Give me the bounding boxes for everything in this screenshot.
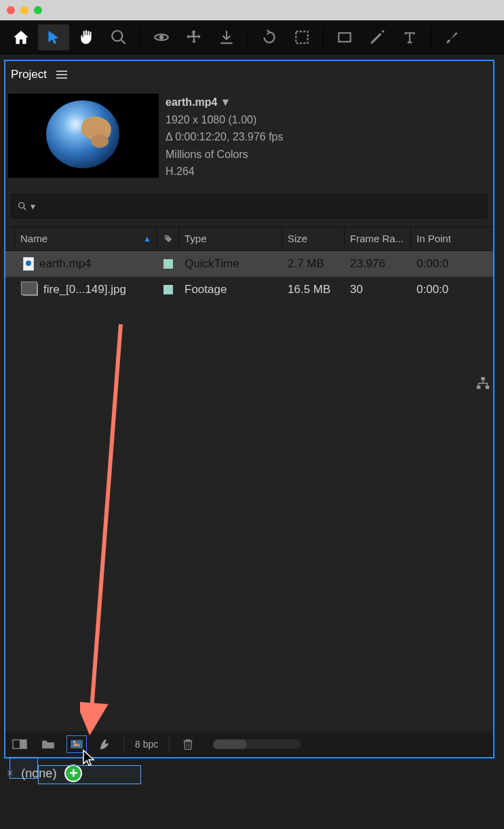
svg-point-8 <box>165 236 166 237</box>
svg-rect-9 <box>481 377 485 381</box>
file-type: Footage <box>179 283 282 296</box>
brush-tool[interactable] <box>437 24 468 50</box>
svg-rect-4 <box>296 31 307 43</box>
column-frame-rate[interactable]: Frame Ra... <box>345 227 411 250</box>
column-label[interactable] <box>157 227 179 250</box>
svg-point-3 <box>159 35 164 39</box>
search-input[interactable]: ▾ <box>11 194 488 218</box>
file-type: QuickTime <box>179 257 282 271</box>
column-type[interactable]: Type <box>179 227 282 250</box>
file-name: earth.mp4 <box>39 257 92 271</box>
project-panel: Project earth.mp4▼ 1920 x 1080 (1.00) Δ … <box>4 60 495 758</box>
column-size[interactable]: Size <box>282 227 345 250</box>
search-dropdown-icon[interactable]: ▾ <box>31 201 35 212</box>
hand-tool[interactable] <box>71 24 102 50</box>
zoom-tool[interactable] <box>103 24 134 50</box>
download-tool[interactable] <box>211 24 242 50</box>
pan-behind-tool[interactable] <box>178 24 210 50</box>
interpret-footage-button[interactable] <box>9 735 30 753</box>
asset-colors: Millions of Colors <box>166 146 284 163</box>
video-file-icon <box>23 257 34 271</box>
asset-codec: H.264 <box>166 163 284 180</box>
window-titlebar <box>0 0 504 20</box>
selection-tool[interactable] <box>38 24 69 50</box>
thumbnail-size-slider[interactable] <box>213 739 301 749</box>
panel-menu-icon[interactable] <box>56 71 67 79</box>
frame-rate: 23.976 <box>345 257 411 271</box>
chevron-down-icon[interactable]: ▼ <box>220 94 231 111</box>
svg-rect-10 <box>477 386 481 389</box>
orbit-tool[interactable] <box>146 24 177 50</box>
search-icon <box>17 201 28 212</box>
rectangle-tool[interactable] <box>329 24 360 50</box>
delete-button[interactable] <box>178 735 198 753</box>
home-button[interactable] <box>5 24 37 50</box>
svg-line-1 <box>121 39 125 44</box>
sort-asc-icon: ▲ <box>143 234 151 244</box>
new-folder-button[interactable] <box>38 735 58 753</box>
asset-dimensions: 1920 x 1080 (1.00) <box>166 111 284 129</box>
mask-tool[interactable] <box>286 24 317 50</box>
svg-point-15 <box>73 741 75 743</box>
in-point: 0:00:0 <box>411 257 493 271</box>
rotation-tool[interactable] <box>254 24 285 50</box>
svg-point-6 <box>19 203 24 208</box>
tag-icon <box>163 234 173 244</box>
label-color-swatch[interactable] <box>163 285 173 294</box>
color-depth-button[interactable]: 8 bpc <box>135 739 158 750</box>
svg-point-0 <box>112 31 122 41</box>
project-table-header: Name▲ Type Size Frame Ra... In Point <box>5 227 493 251</box>
svg-rect-5 <box>338 33 350 41</box>
drop-target-outline <box>38 765 141 784</box>
asset-preview: earth.mp4▼ 1920 x 1080 (1.00) Δ 0:00:12:… <box>5 91 493 193</box>
column-in-point[interactable]: In Point <box>411 227 493 250</box>
adjustment-layer-button[interactable] <box>95 735 115 753</box>
asset-metadata: earth.mp4▼ 1920 x 1080 (1.00) Δ 0:00:12:… <box>166 94 284 180</box>
new-composition-button[interactable] <box>66 735 87 753</box>
asset-thumbnail[interactable] <box>8 94 159 178</box>
svg-rect-11 <box>486 386 490 389</box>
drop-target-outline <box>9 757 38 779</box>
minimize-window-button[interactable] <box>20 6 28 14</box>
frame-rate: 30 <box>345 283 411 296</box>
flowchart-icon[interactable] <box>476 376 490 391</box>
file-name: fire_[0...149].jpg <box>43 283 126 296</box>
project-panel-footer: 8 bpc <box>5 731 493 757</box>
svg-rect-13 <box>20 740 26 749</box>
svg-line-7 <box>24 208 26 210</box>
asset-filename[interactable]: earth.mp4 <box>166 96 217 108</box>
label-color-swatch[interactable] <box>163 259 173 269</box>
pen-tool[interactable] <box>362 24 393 50</box>
type-tool[interactable] <box>394 24 425 50</box>
table-row[interactable]: earth.mp4QuickTime2.7 MB23.9760:00:0 <box>5 251 493 277</box>
image-sequence-icon <box>23 284 38 296</box>
panel-title[interactable]: Project <box>11 68 47 81</box>
main-toolbar <box>0 20 504 54</box>
column-name[interactable]: Name▲ <box>15 227 157 250</box>
file-size: 2.7 MB <box>282 257 345 271</box>
maximize-window-button[interactable] <box>34 6 42 14</box>
asset-duration: Δ 0:00:12:20, 23.976 fps <box>166 128 284 146</box>
table-row[interactable]: fire_[0...149].jpgFootage16.5 MB300:00:0 <box>5 277 493 303</box>
in-point: 0:00:0 <box>411 283 493 296</box>
close-window-button[interactable] <box>7 6 15 14</box>
file-size: 16.5 MB <box>282 283 345 296</box>
